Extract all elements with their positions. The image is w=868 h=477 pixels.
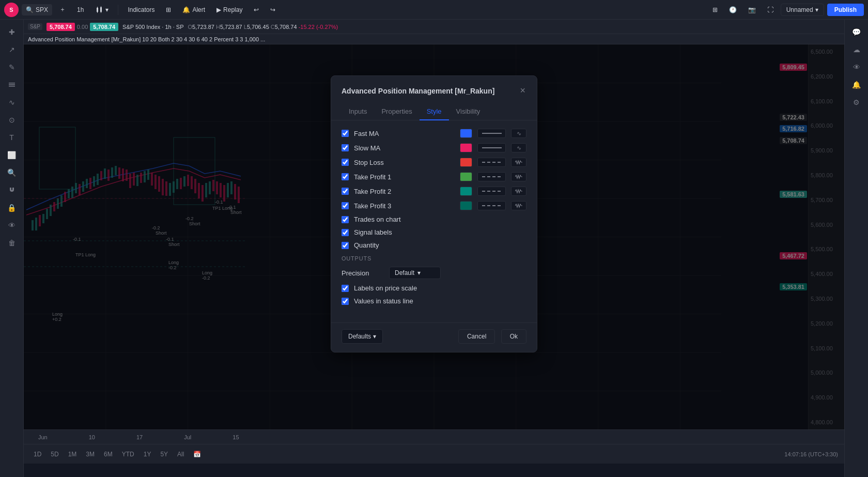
precision-select[interactable]: Default ▾ bbox=[389, 267, 441, 279]
modal-overlay: Advanced Position Management [Mr_Rakun] … bbox=[24, 44, 844, 429]
symbol-name: S&P 500 Index · 1h · SP bbox=[122, 24, 183, 30]
timeframe-button[interactable]: 1h bbox=[73, 4, 88, 16]
quantity-checkbox[interactable] bbox=[342, 242, 349, 249]
take-profit-3-line-style[interactable] bbox=[477, 201, 506, 210]
time-label-10: 10 bbox=[89, 434, 95, 440]
take-profit-3-color[interactable] bbox=[460, 201, 472, 210]
take-profit-1-label: Take Profit 1 bbox=[354, 173, 455, 181]
take-profit-1-color[interactable] bbox=[460, 172, 472, 181]
timeframe-ytd[interactable]: YTD bbox=[118, 449, 138, 459]
publish-button[interactable]: Publish bbox=[827, 4, 864, 16]
modal-title: Advanced Position Management [Mr_Rakun] bbox=[342, 87, 494, 95]
labels-on-price-scale-checkbox[interactable] bbox=[342, 285, 349, 292]
take-profit-3-wave[interactable] bbox=[511, 201, 526, 210]
slow-ma-checkbox[interactable] bbox=[342, 144, 349, 151]
change-value: -15.22 (-0.27%) bbox=[299, 24, 338, 30]
price-indicator-bar: S&P 5,708.74 0.00 5,708.74 S&P 500 Index… bbox=[24, 20, 844, 34]
chart-type-button[interactable]: ▾ bbox=[91, 4, 113, 16]
indicator-strip[interactable]: Advanced Position Management [Mr_Rakun] … bbox=[24, 34, 844, 44]
take-profit-2-line-style[interactable] bbox=[477, 187, 506, 196]
slow-ma-wave[interactable]: ∿ bbox=[511, 143, 526, 152]
right-sidebar-chat[interactable]: 💬 bbox=[848, 24, 865, 40]
take-profit-1-line-style[interactable] bbox=[477, 172, 506, 181]
defaults-button[interactable]: Defaults ▾ bbox=[342, 329, 383, 344]
sidebar-eye[interactable]: 👁 bbox=[4, 217, 20, 234]
ok-button[interactable]: Ok bbox=[501, 329, 526, 344]
right-sidebar-eye[interactable]: 👁 bbox=[848, 59, 865, 75]
take-profit-1-row: Take Profit 1 bbox=[342, 172, 526, 181]
right-sidebar-bell[interactable]: 🔔 bbox=[848, 76, 865, 93]
redo-button[interactable]: ↪ bbox=[266, 4, 280, 16]
calendar-button[interactable]: 📅 bbox=[190, 449, 205, 459]
sidebar-wave[interactable]: ∿ bbox=[4, 94, 20, 111]
chevron-down-icon: ▾ bbox=[815, 6, 818, 13]
symbol-search[interactable]: 🔍 SPX bbox=[22, 4, 52, 16]
timeframe-5d[interactable]: 5D bbox=[47, 449, 62, 459]
timeframe-1y[interactable]: 1Y bbox=[140, 449, 155, 459]
sidebar-lines[interactable] bbox=[4, 76, 20, 93]
values-in-status-line-checkbox[interactable] bbox=[342, 298, 349, 305]
sidebar-pen[interactable]: ✎ bbox=[4, 59, 20, 75]
trades-on-chart-checkbox[interactable] bbox=[342, 216, 349, 223]
sidebar-text[interactable]: T bbox=[4, 129, 20, 146]
right-sidebar-cloud[interactable]: ☁ bbox=[848, 41, 865, 58]
take-profit-2-color[interactable] bbox=[460, 187, 472, 196]
ohlc-values: O5,723.87 H5,723.87 L5,706.45 C5,708.74 … bbox=[188, 24, 338, 30]
logo[interactable]: S bbox=[4, 3, 19, 17]
cancel-button[interactable]: Cancel bbox=[458, 329, 495, 344]
sidebar-crosshair[interactable]: ✚ bbox=[4, 24, 20, 40]
take-profit-1-wave[interactable] bbox=[511, 172, 526, 181]
camera-button[interactable]: 📷 bbox=[744, 4, 760, 16]
slow-ma-line-style[interactable] bbox=[477, 143, 506, 152]
clock-button[interactable]: 🕐 bbox=[725, 4, 741, 16]
time-label-17: 17 bbox=[136, 434, 143, 440]
watchlist-button[interactable]: ⊞ bbox=[708, 4, 722, 16]
unnamed-button[interactable]: Unnamed ▾ bbox=[781, 4, 824, 16]
slow-ma-color[interactable] bbox=[460, 143, 472, 152]
undo-button[interactable]: ↩ bbox=[250, 4, 263, 16]
timeframe-5y[interactable]: 5Y bbox=[157, 449, 172, 459]
fast-ma-color[interactable] bbox=[460, 129, 472, 138]
sidebar-zoom[interactable]: 🔍 bbox=[4, 164, 20, 181]
templates-button[interactable]: ⊞ bbox=[162, 4, 175, 16]
fast-ma-checkbox[interactable] bbox=[342, 130, 349, 137]
add-chart-button[interactable]: ＋ bbox=[55, 3, 70, 16]
tab-inputs[interactable]: Inputs bbox=[342, 103, 374, 120]
signal-labels-checkbox[interactable] bbox=[342, 229, 349, 236]
alert-button[interactable]: 🔔 Alert bbox=[178, 4, 209, 16]
fast-ma-wave[interactable]: ∿ bbox=[511, 129, 526, 138]
timeframe-1m[interactable]: 1M bbox=[65, 449, 81, 459]
timeframe-3m[interactable]: 3M bbox=[82, 449, 98, 459]
tab-style[interactable]: Style bbox=[420, 103, 449, 120]
svg-rect-8 bbox=[9, 86, 15, 87]
stop-loss-line-style[interactable] bbox=[477, 158, 506, 167]
sidebar-measure[interactable]: ⊙ bbox=[4, 112, 20, 128]
sidebar-trash[interactable]: 🗑 bbox=[4, 235, 20, 251]
take-profit-3-checkbox[interactable] bbox=[342, 202, 349, 209]
fullscreen-button[interactable]: ⛶ bbox=[763, 4, 778, 16]
stop-loss-wave[interactable] bbox=[511, 158, 526, 167]
fast-ma-line-style[interactable] bbox=[477, 129, 506, 138]
take-profit-2-wave[interactable] bbox=[511, 187, 526, 196]
indicator-strip-text: Advanced Position Management [Mr_Rakun] … bbox=[28, 36, 265, 42]
take-profit-1-checkbox[interactable] bbox=[342, 173, 349, 180]
sidebar-magnet[interactable] bbox=[4, 182, 20, 198]
modal-close-button[interactable]: × bbox=[519, 84, 526, 97]
timeframe-6m[interactable]: 6M bbox=[100, 449, 116, 459]
right-sidebar-gear[interactable]: ⚙ bbox=[848, 94, 865, 111]
stop-loss-color[interactable] bbox=[460, 158, 472, 167]
stop-loss-checkbox[interactable] bbox=[342, 159, 349, 166]
sidebar-lock[interactable]: 🔒 bbox=[4, 199, 20, 216]
tab-visibility[interactable]: Visibility bbox=[449, 103, 488, 120]
timeframe-all[interactable]: All bbox=[174, 449, 188, 459]
sidebar-arrow[interactable]: ↗ bbox=[4, 41, 20, 58]
take-profit-2-row: Take Profit 2 bbox=[342, 187, 526, 196]
values-in-status-line-row: Values in status line bbox=[342, 297, 526, 305]
take-profit-2-checkbox[interactable] bbox=[342, 188, 349, 195]
sidebar-shapes[interactable]: ⬜ bbox=[4, 147, 20, 163]
timeframe-1d[interactable]: 1D bbox=[30, 449, 45, 459]
tab-properties[interactable]: Properties bbox=[374, 103, 419, 120]
replay-button[interactable]: ▶ Replay bbox=[212, 4, 246, 16]
indicators-button[interactable]: Indicators bbox=[123, 4, 159, 16]
chart-canvas[interactable]: TP1 Long -0.2 Short -0.2 Short -0.1 Shor… bbox=[24, 44, 844, 429]
